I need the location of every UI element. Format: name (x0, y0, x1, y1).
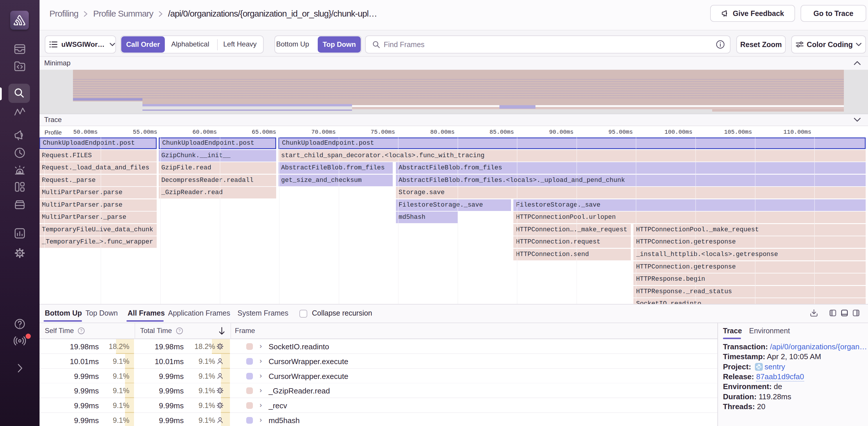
svg-text:?: ? (178, 328, 181, 333)
svg-text:?: ? (80, 328, 83, 333)
